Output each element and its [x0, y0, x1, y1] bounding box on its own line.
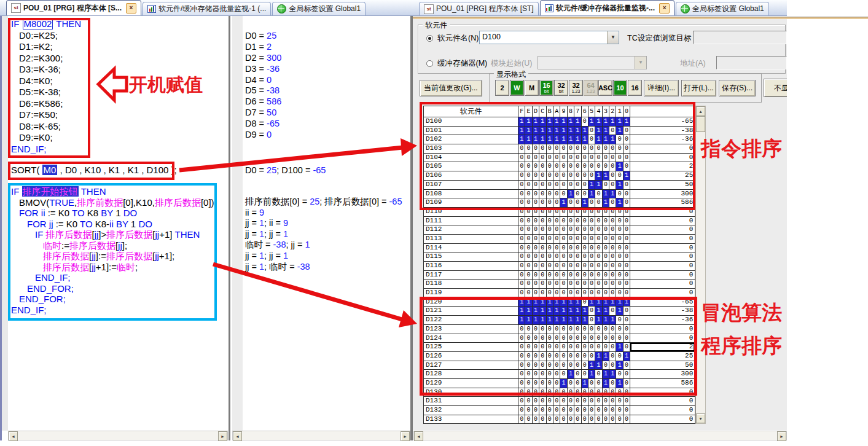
code-line[interactable]: D2:=K300;	[11, 53, 81, 65]
bit-cell[interactable]: 0	[609, 127, 616, 136]
scroll-right-icon[interactable]: ►	[401, 431, 410, 441]
bit-cell[interactable]: 0	[624, 154, 630, 163]
bit-cell[interactable]: 0	[518, 162, 525, 171]
bit-cell[interactable]: 0	[525, 370, 532, 379]
code-line[interactable]: D4:=K0;	[11, 76, 81, 87]
bit-cell[interactable]: 1	[595, 171, 602, 181]
bit-cell[interactable]: 0	[553, 397, 560, 406]
bit-cell[interactable]: 0	[609, 361, 616, 370]
code-line[interactable]: END_IF;	[11, 305, 217, 316]
device-name-cell[interactable]: D119	[424, 289, 518, 298]
bit-cell[interactable]: 1	[595, 181, 602, 190]
bit-cell[interactable]: 1	[609, 298, 616, 307]
bit-cell[interactable]: 0	[616, 334, 623, 343]
bit-cell[interactable]: 0	[624, 370, 630, 379]
bit-cell[interactable]: 1	[533, 307, 539, 316]
device-name-cell[interactable]: D118	[424, 280, 518, 289]
device-name-cell[interactable]: D132	[424, 406, 518, 415]
bit-cell[interactable]: 1	[603, 171, 609, 181]
bit-cell[interactable]: 1	[588, 181, 595, 190]
code-block-init[interactable]: IF M8002 THEND0:=K25;D1:=K2;D2:=K300;D3:…	[11, 18, 81, 155]
bit-cell[interactable]: 0	[574, 252, 581, 262]
bit-cell[interactable]: 0	[588, 289, 595, 298]
bit-cell[interactable]: 0	[518, 144, 525, 154]
doc-tab[interactable]: 软元件/缓冲存储器批量监视-...×	[540, 0, 674, 15]
bit-cell[interactable]: 0	[553, 262, 560, 271]
doc-tab[interactable]: 软元件/缓冲存储器批量监视-1 (...	[143, 2, 271, 15]
bit-cell[interactable]: 0	[553, 343, 560, 352]
bit-cell[interactable]: 0	[574, 154, 581, 163]
bit-cell[interactable]: 0	[609, 217, 616, 226]
bit-cell[interactable]: 0	[595, 280, 602, 289]
bit-cell[interactable]: 1	[603, 379, 609, 388]
bit-cell[interactable]: 1	[525, 307, 532, 316]
bit-cell[interactable]: 1	[560, 379, 567, 388]
bit-cell[interactable]: 0	[547, 397, 553, 406]
bit-cell[interactable]: 0	[616, 144, 623, 154]
code-line-sort[interactable]: SORT( M0 , D0 , K10 , K1 , K1 , D100 );	[11, 163, 177, 176]
bit-cell[interactable]: 0	[525, 262, 532, 271]
bit-cell[interactable]: 0	[539, 415, 546, 424]
bit-cell[interactable]: 1	[595, 117, 602, 127]
bit-cell[interactable]: 0	[533, 361, 539, 370]
bit-cell[interactable]: 0	[539, 162, 546, 171]
value-cell[interactable]: 586	[630, 198, 695, 208]
bit-cell[interactable]: 0	[588, 217, 595, 226]
bit-cell[interactable]: 0	[595, 343, 602, 352]
bit-cell[interactable]: 0	[568, 397, 574, 406]
bit-cell[interactable]: 0	[547, 361, 553, 370]
bit-cell[interactable]: 0	[518, 198, 525, 208]
bit-cell[interactable]: 0	[616, 244, 623, 253]
bit-cell[interactable]: 0	[609, 225, 616, 235]
bit-cell[interactable]: 0	[568, 154, 574, 163]
bit-cell[interactable]: 1	[574, 135, 581, 144]
value-cell[interactable]: -65	[630, 117, 695, 127]
bit-cell[interactable]: 0	[539, 289, 546, 298]
bit-cell[interactable]: 0	[582, 280, 588, 289]
bit-cell[interactable]: 0	[603, 262, 609, 271]
bit-cell[interactable]: 0	[609, 397, 616, 406]
device-name-cell[interactable]: D116	[424, 262, 518, 271]
bit-cell[interactable]: 1	[533, 316, 539, 325]
bit-cell[interactable]: 0	[553, 370, 560, 379]
bit-cell[interactable]: 0	[574, 144, 581, 154]
value-cell[interactable]: 0	[630, 289, 695, 298]
bit-cell[interactable]: 0	[553, 154, 560, 163]
bit-cell[interactable]: 0	[595, 415, 602, 424]
bit-cell[interactable]: 0	[588, 406, 595, 415]
bit-cell[interactable]: 0	[603, 334, 609, 343]
bit-cell[interactable]: 0	[553, 280, 560, 289]
value-cell[interactable]: 0	[630, 208, 695, 217]
format-btn-32123[interactable]: 321.23	[569, 80, 583, 96]
bit-cell[interactable]: 0	[603, 388, 609, 397]
value-cell[interactable]: 50	[630, 181, 695, 190]
bit-cell[interactable]: 0	[616, 289, 623, 298]
bit-cell[interactable]: 0	[525, 406, 532, 415]
bit-cell[interactable]: 0	[547, 190, 553, 199]
value-cell[interactable]: 0	[630, 235, 695, 244]
bit-cell[interactable]: 0	[560, 397, 567, 406]
bit-cell[interactable]: 1	[595, 298, 602, 307]
bit-cell[interactable]: 0	[624, 271, 630, 280]
bit-cell[interactable]: 0	[533, 415, 539, 424]
bit-cell[interactable]: 0	[533, 280, 539, 289]
scroll-up-icon[interactable]: ▲	[696, 106, 705, 116]
bit-cell[interactable]: 0	[574, 289, 581, 298]
bit-cell[interactable]: 0	[547, 280, 553, 289]
bit-cell[interactable]: 0	[568, 171, 574, 181]
bit-cell[interactable]: 1	[547, 135, 553, 144]
bit-cell[interactable]: 0	[574, 379, 581, 388]
bit-cell[interactable]: 0	[568, 208, 574, 217]
bit-cell[interactable]: 0	[588, 397, 595, 406]
bit-cell[interactable]: 0	[574, 171, 581, 181]
bit-cell[interactable]: 0	[588, 135, 595, 144]
code-line[interactable]: IF M8002 THEN	[11, 18, 81, 30]
doc-tab[interactable]: 全局标签设置 Global1	[676, 2, 769, 15]
bit-cell[interactable]: 0	[560, 171, 567, 181]
bit-cell[interactable]: 0	[568, 415, 574, 424]
bit-cell[interactable]: 0	[624, 361, 630, 370]
bit-cell[interactable]: 1	[595, 127, 602, 136]
bit-cell[interactable]: 0	[609, 325, 616, 334]
doc-tab[interactable]: stPOU_01 [PRG] 程序本体 [ST]	[419, 2, 539, 15]
bit-cell[interactable]: 0	[624, 252, 630, 262]
